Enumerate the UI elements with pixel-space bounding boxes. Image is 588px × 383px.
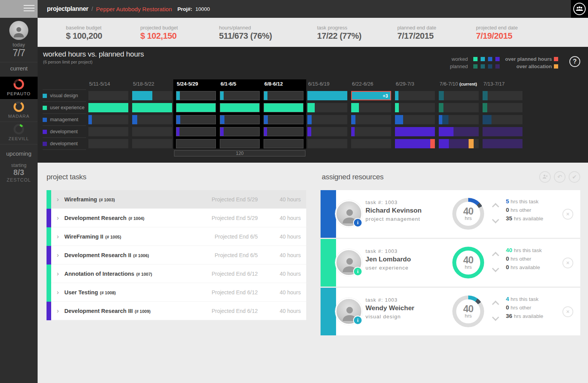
chart-cell[interactable] (395, 103, 435, 112)
chart-cell[interactable] (483, 139, 522, 148)
user-avatar[interactable] (9, 21, 28, 40)
chart-cell[interactable] (264, 91, 303, 100)
chart-cell[interactable] (395, 91, 435, 100)
chart-cell[interactable] (395, 115, 435, 124)
chart-cell[interactable] (132, 139, 172, 148)
chart-cell[interactable] (307, 115, 347, 124)
sidebar-item-zeevill[interactable]: ZEEVILL (0, 122, 38, 144)
undo-icon[interactable]: ↶ (554, 171, 566, 183)
chevron-right-icon[interactable]: › (51, 270, 64, 278)
chart-cell[interactable] (264, 103, 303, 112)
chart-cell[interactable] (439, 139, 479, 148)
chevron-right-icon[interactable]: › (51, 196, 64, 203)
chart-cell[interactable] (439, 91, 479, 100)
chart-cell[interactable] (395, 127, 435, 136)
chevron-up-icon[interactable] (492, 252, 499, 259)
task-row[interactable]: ›WireFraming II(# 1005)Projected End 6/5… (47, 227, 306, 246)
hamburger-menu-icon[interactable] (24, 5, 34, 13)
chart-cell[interactable] (132, 91, 172, 100)
task-row[interactable]: ›Development Research III(# 1009)Project… (47, 302, 306, 320)
breadcrumb-project-name[interactable]: Pepper Autobody Restoration (96, 6, 172, 12)
column-header-7/13-7/17[interactable]: 7/13-7/17 (483, 81, 505, 87)
chart-cell[interactable] (351, 115, 391, 124)
chart-cell[interactable] (307, 91, 347, 100)
chevron-up-icon[interactable] (492, 301, 499, 307)
info-icon[interactable]: i (353, 267, 362, 276)
chart-cell[interactable] (220, 139, 260, 148)
chevron-right-icon[interactable]: › (51, 233, 64, 240)
chevron-right-icon[interactable]: › (51, 214, 64, 222)
chevron-right-icon[interactable]: › (51, 251, 64, 259)
chart-cell[interactable] (264, 115, 303, 124)
chart-cell[interactable] (176, 91, 216, 100)
chart-cell[interactable] (351, 127, 391, 136)
column-header-5/18-5/22[interactable]: 5/18-5/22 (133, 81, 154, 87)
help-icon[interactable]: ? (569, 56, 580, 67)
close-icon[interactable]: ✕ (562, 209, 573, 220)
chevron-down-icon[interactable] (492, 216, 499, 223)
chart-cell[interactable] (176, 115, 216, 124)
chart-cell[interactable] (307, 139, 347, 148)
column-header-6/22-6/26[interactable]: 6/22-6/26 (352, 81, 373, 87)
info-icon[interactable]: i (353, 218, 362, 227)
chart-cell[interactable] (264, 139, 303, 148)
column-header-6/29-7/3[interactable]: 6/29-7/3 (396, 81, 414, 87)
chart-cell[interactable] (220, 91, 260, 100)
chart-cell[interactable] (439, 127, 479, 136)
chart-cell[interactable] (88, 115, 128, 124)
chart-cell[interactable] (351, 139, 391, 148)
sidebar-item-zestcol[interactable]: ZESTCOL (0, 177, 38, 183)
chart-cell[interactable] (439, 115, 479, 124)
chevron-right-icon[interactable]: › (51, 307, 64, 315)
chart-cell[interactable] (176, 103, 216, 112)
task-row[interactable]: ›Development Research(# 1004)Projected E… (47, 209, 306, 227)
chart-cell[interactable] (351, 103, 391, 112)
column-header-5/11-5/14[interactable]: 5/11-5/14 (89, 81, 110, 87)
add-person-icon[interactable] (539, 171, 551, 183)
chart-cell[interactable] (88, 103, 128, 112)
chart-cell[interactable] (88, 91, 128, 100)
chart-cell[interactable] (307, 103, 347, 112)
column-header-7/6-7/10[interactable]: 7/6-7/10 (current) (440, 81, 477, 87)
task-row[interactable]: ›Development Research II(# 1006)Projecte… (47, 246, 306, 264)
chart-cell[interactable]: +3 (351, 91, 391, 100)
chart-cell[interactable] (220, 103, 260, 112)
confirm-icon[interactable]: ✔ (569, 171, 580, 183)
close-icon[interactable]: ✕ (562, 306, 573, 317)
resource-avatar[interactable]: i (335, 249, 362, 276)
column-header-6/8-6/12[interactable]: 6/8-6/12 (264, 81, 283, 87)
chart-cell[interactable] (264, 127, 303, 136)
chart-cell[interactable] (88, 139, 128, 148)
chart-cell[interactable] (88, 127, 128, 136)
chevron-down-icon[interactable] (492, 265, 499, 272)
chart-cell[interactable] (483, 103, 522, 112)
close-icon[interactable]: ✕ (562, 258, 573, 268)
task-row[interactable]: ›User Testing(# 1008)Projected End 6/124… (47, 283, 306, 302)
resource-avatar[interactable]: i (335, 200, 362, 227)
task-row[interactable]: ›Annotation of Interactions(# 1007)Proje… (47, 264, 306, 283)
chart-cell[interactable] (176, 127, 216, 136)
team-button[interactable] (571, 0, 588, 18)
chart-cell[interactable] (132, 103, 172, 112)
task-row[interactable]: ›Wireframing(# 1003)Projected End 5/2940… (47, 190, 306, 209)
chart-cell[interactable] (307, 127, 347, 136)
chart-cell[interactable] (439, 103, 479, 112)
chevron-down-icon[interactable] (492, 314, 499, 321)
selection-range[interactable]: 120 (174, 150, 305, 156)
sidebar-item-madara[interactable]: MADARA (0, 99, 38, 122)
chart-cell[interactable] (395, 139, 435, 148)
chart-cell[interactable] (483, 115, 522, 124)
chart-cell[interactable] (220, 127, 260, 136)
chart-cell[interactable] (220, 115, 260, 124)
resource-avatar[interactable]: i (335, 298, 362, 325)
column-header-6/15-6/19[interactable]: 6/15-6/19 (308, 81, 329, 87)
sidebar-item-pepauto[interactable]: PEPAUTO (0, 77, 38, 99)
column-header-6/1-6/5[interactable]: 6/1-6/5 (221, 81, 236, 87)
chart-cell[interactable] (483, 91, 522, 100)
chart-cell[interactable] (483, 127, 522, 136)
chevron-right-icon[interactable]: › (51, 289, 64, 296)
chart-cell[interactable] (132, 115, 172, 124)
chart-cell[interactable] (176, 139, 216, 148)
info-icon[interactable]: i (353, 316, 362, 325)
chevron-up-icon[interactable] (492, 203, 499, 210)
